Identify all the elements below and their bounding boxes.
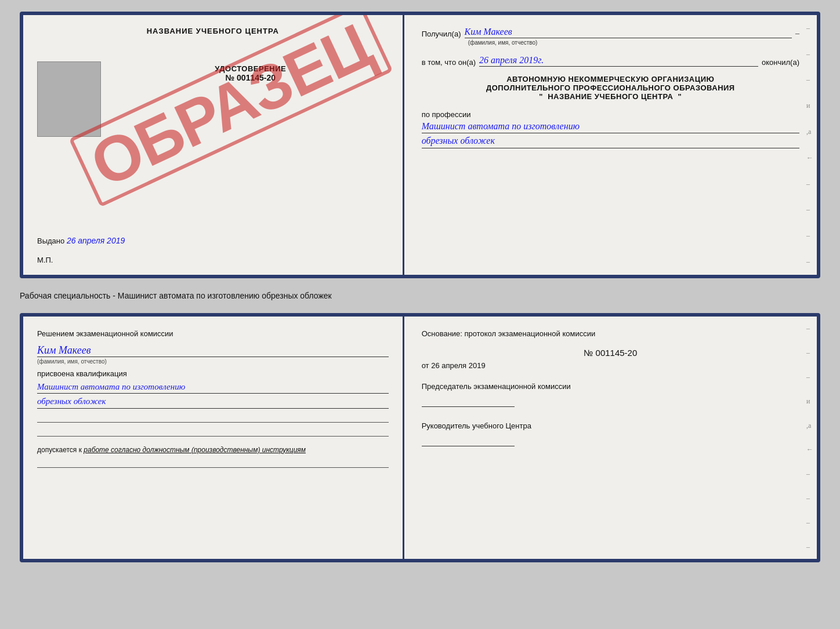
obrazec-text: ОБРАЗЕЦ xyxy=(69,12,393,207)
right-dashes-top: – – – и ,а ← – – – – xyxy=(806,15,813,275)
osnov-date-value: 26 апреля 2019 xyxy=(431,361,486,370)
profession-line2-top: обрезных обложек xyxy=(422,134,799,148)
dash-after-name: – xyxy=(795,29,799,38)
org-name-line: " НАЗВАНИЕ УЧЕБНОГО ЦЕНТРА " xyxy=(422,92,799,101)
profession-line1-bottom: Машинист автомата по изготовлению xyxy=(37,380,389,394)
cert-center-block: УДОСТОВЕРЕНИЕ № 001145-20 xyxy=(110,64,391,82)
school-name-top: НАЗВАНИЕ УЧЕБНОГО ЦЕНТРА xyxy=(37,27,389,35)
poluchil-label: Получил(a) xyxy=(422,30,461,38)
bottom-document: Решением экзаменационной комиссии Ким Ма… xyxy=(20,313,820,562)
osnov-number: № 001145-20 xyxy=(422,348,799,358)
poluchil-row: Получил(a) Ким Макеев – xyxy=(422,27,799,38)
bottom-doc-left: Решением экзаменационной комиссии Ким Ма… xyxy=(23,317,404,559)
predsedatel-sign-line xyxy=(422,394,515,407)
top-doc-left: НАЗВАНИЕ УЧЕБНОГО ЦЕНТРА ОБРАЗЕЦ УДОСТОВ… xyxy=(23,15,404,275)
vtom-row: в том, что он(a) 26 апреля 2019г. окончи… xyxy=(422,55,799,67)
mp-label: М.П. xyxy=(37,256,53,264)
top-document: НАЗВАНИЕ УЧЕБНОГО ЦЕНТРА ОБРАЗЕЦ УДОСТОВ… xyxy=(20,12,820,278)
po-professii-label: по профессии xyxy=(422,110,471,119)
fio-subtitle-top: (фамилия, имя, отчество) xyxy=(468,39,799,46)
rukovoditel-label: Руководитель учебного Центра xyxy=(422,421,799,431)
profession-line2-bottom: обрезных обложек xyxy=(37,395,389,409)
issued-block: Выдано 26 апреля 2019 xyxy=(37,235,391,246)
po-professii-block: по профессии Машинист автомата по изгото… xyxy=(422,110,799,148)
completion-date: 26 апреля 2019г. xyxy=(479,55,758,67)
fio-subtitle-bottom: (фамилия, имя, отчество) xyxy=(37,358,389,365)
osnov-date: от 26 апреля 2019 xyxy=(422,361,799,370)
issued-label: Выдано 26 апреля 2019 xyxy=(37,237,125,245)
dopuskaetsya-value: работе согласно должностным (производств… xyxy=(84,446,306,454)
right-dashes-bottom: – – – и ,а ← – – – – xyxy=(806,317,813,559)
resheniem-label: Решением экзаменационной комиссии xyxy=(37,328,389,340)
org-line1: АВТОНОМНУЮ НЕКОММЕРЧЕСКУЮ ОРГАНИЗАЦИЮ xyxy=(422,75,799,83)
ot-label: от xyxy=(422,361,429,370)
between-label: Рабочая специальность - Машинист автомат… xyxy=(20,289,820,303)
predsedatel-block: Председатель экзаменационной комиссии xyxy=(422,381,799,407)
rukovoditel-sign-line xyxy=(422,434,515,446)
bottom-doc-right: Основание: протокол экзаменационной коми… xyxy=(404,317,817,559)
cert-number: № 001145-20 xyxy=(110,73,391,82)
org-line2: ДОПОЛНИТЕЛЬНОГО ПРОФЕССИОНАЛЬНОГО ОБРАЗО… xyxy=(422,83,799,92)
blank-line-2 xyxy=(37,425,389,437)
dopuskaetsya-block: допускается к работе согласно должностны… xyxy=(37,446,389,454)
blank-line-3 xyxy=(37,456,389,468)
top-doc-right: Получил(a) Ким Макеев – (фамилия, имя, о… xyxy=(404,15,817,275)
okonchil-label: окончил(а) xyxy=(762,58,799,67)
photo-placeholder xyxy=(37,61,101,137)
recipient-name-bottom: Ким Макеев xyxy=(37,344,389,357)
predsedatel-label: Председатель экзаменационной комиссии xyxy=(422,381,799,392)
blank-line-1 xyxy=(37,411,389,423)
vtom-label: в том, что он(a) xyxy=(422,58,476,67)
dopuskaetsya-label: допускается к xyxy=(37,446,82,454)
profession-line1-top: Машинист автомата по изготовлению xyxy=(422,120,799,133)
rukovoditel-block: Руководитель учебного Центра xyxy=(422,421,799,446)
prisvoena-label: присвоена квалификация xyxy=(37,369,389,378)
osnov-label: Основание: протокол экзаменационной коми… xyxy=(422,328,799,340)
udostoverenie-label: УДОСТОВЕРЕНИЕ xyxy=(110,64,391,73)
recipient-name-top: Ким Макеев xyxy=(465,27,792,38)
issued-date: 26 апреля 2019 xyxy=(67,236,125,245)
org-name: НАЗВАНИЕ УЧЕБНОГО ЦЕНТРА xyxy=(548,92,673,101)
